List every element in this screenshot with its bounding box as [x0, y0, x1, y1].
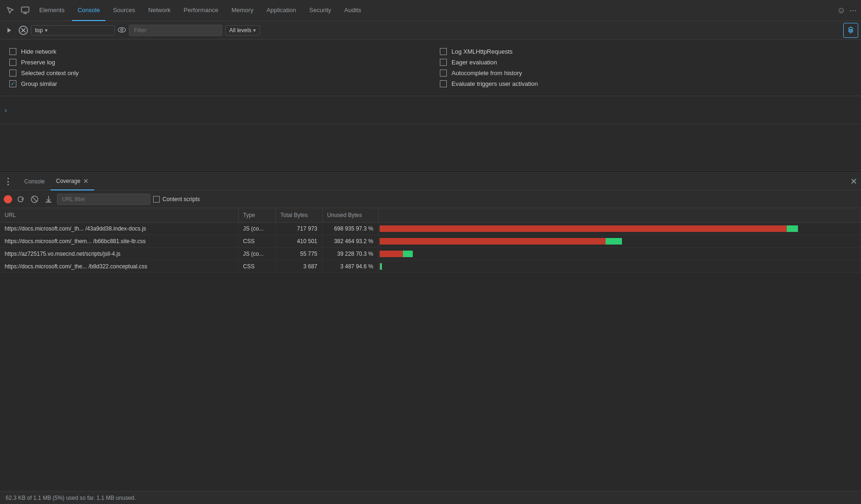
toolbar-right: ☺ ⋯	[837, 6, 857, 15]
svg-point-4	[118, 28, 126, 32]
tab-performance[interactable]: Performance	[178, 0, 224, 21]
content-scripts-label-text: Content scripts	[162, 196, 200, 203]
group-similar-label: Group similar	[21, 80, 57, 87]
stop-button[interactable]	[29, 194, 40, 205]
top-toolbar: Elements Console Sources Network Perform…	[0, 0, 861, 21]
gear-button[interactable]	[843, 23, 858, 38]
tab-coverage[interactable]: Coverage ✕	[50, 173, 94, 190]
more-icon[interactable]: ⋯	[849, 6, 857, 15]
screen-icon[interactable]	[19, 4, 32, 17]
setting-hide-network[interactable]: Hide network	[9, 46, 421, 57]
setting-evaluate-triggers[interactable]: Evaluate triggers user activation	[440, 78, 852, 89]
cell-type: CSS	[238, 235, 275, 248]
cell-total-bytes: 3 687	[275, 260, 322, 273]
cell-total-bytes: 55 775	[275, 248, 322, 260]
coverage-toolbar: Content scripts	[0, 190, 861, 208]
svg-rect-0	[21, 7, 29, 12]
levels-value: All levels	[229, 27, 251, 34]
tab-console[interactable]: Console	[72, 0, 106, 21]
download-button[interactable]	[43, 194, 54, 205]
tab-memory[interactable]: Memory	[226, 0, 259, 21]
usage-bar	[380, 263, 382, 270]
console-input-area: ›	[0, 96, 861, 124]
tab-sources[interactable]: Sources	[107, 0, 141, 21]
levels-selector[interactable]: All levels ▾	[225, 25, 260, 35]
svg-line-7	[32, 197, 37, 202]
usage-bar	[380, 225, 798, 232]
content-scripts-checkbox[interactable]	[153, 196, 160, 203]
col-header-unused[interactable]: Unused Bytes	[322, 208, 378, 223]
content-scripts-checkbox-label[interactable]: Content scripts	[153, 196, 200, 203]
filter-input[interactable]	[129, 25, 222, 36]
bar-unused-segment	[380, 238, 606, 245]
setting-autocomplete[interactable]: Autocomplete from history	[440, 68, 852, 78]
log-xmlhttp-checkbox[interactable]	[440, 48, 447, 55]
close-panel-button[interactable]: ✕	[850, 176, 857, 187]
clear-console-icon[interactable]	[19, 26, 28, 35]
eye-icon[interactable]	[118, 26, 126, 35]
record-button[interactable]	[4, 195, 12, 203]
col-header-type[interactable]: Type	[238, 208, 275, 223]
coverage-tab-label: Coverage	[56, 178, 80, 184]
setting-preserve-log[interactable]: Preserve log	[9, 57, 421, 68]
url-filter-input[interactable]	[57, 194, 150, 205]
context-selector[interactable]: top ▾	[31, 25, 115, 35]
hide-network-label: Hide network	[21, 48, 56, 55]
cell-type: CSS	[238, 260, 275, 273]
cell-total-bytes: 410 501	[275, 235, 322, 248]
setting-eager-eval[interactable]: Eager evaluation	[440, 57, 852, 68]
selected-context-label: Selected context only	[21, 70, 79, 77]
setting-selected-context[interactable]: Selected context only	[9, 68, 421, 78]
smiley-icon[interactable]: ☺	[837, 6, 846, 15]
eager-eval-checkbox[interactable]	[440, 59, 447, 66]
setting-group-similar[interactable]: Group similar	[9, 78, 421, 89]
panel-menu-icon[interactable]: ⋮	[4, 176, 13, 187]
refresh-button[interactable]	[15, 194, 26, 205]
cell-url: https://az725175.vo.msecnd.net/scripts/j…	[0, 248, 238, 260]
cell-usage-bar	[378, 235, 861, 248]
table-row[interactable]: https://az725175.vo.msecnd.net/scripts/j…	[0, 248, 861, 260]
evaluate-triggers-label: Evaluate triggers user activation	[452, 80, 538, 87]
usage-bar-container	[380, 238, 860, 245]
tab-network[interactable]: Network	[143, 0, 176, 21]
cell-unused-bytes: 3 487 94.6 %	[322, 260, 378, 273]
coverage-table-wrapper: URL Type Total Bytes Unused Bytes https:…	[0, 208, 861, 273]
preserve-log-label: Preserve log	[21, 59, 55, 66]
log-xmlhttp-label: Log XMLHttpRequests	[452, 48, 513, 55]
cell-type: JS (co...	[238, 223, 275, 235]
settings-panel: Hide network Preserve log Selected conte…	[0, 40, 861, 96]
evaluate-triggers-checkbox[interactable]	[440, 80, 447, 87]
setting-log-xmlhttp[interactable]: Log XMLHttpRequests	[440, 46, 852, 57]
bottom-tabs: ⋮ Console Coverage ✕ ✕	[0, 173, 861, 190]
col-header-bar	[378, 208, 861, 223]
tab-application[interactable]: Application	[261, 0, 302, 21]
hide-network-checkbox[interactable]	[9, 48, 16, 55]
expand-icon[interactable]	[3, 24, 16, 37]
tab-audits[interactable]: Audits	[339, 0, 367, 21]
col-header-url[interactable]: URL	[0, 208, 238, 223]
coverage-table: URL Type Total Bytes Unused Bytes https:…	[0, 208, 861, 273]
cursor-icon[interactable]	[4, 4, 17, 17]
cell-usage-bar	[378, 260, 861, 273]
cell-url: https://docs.microsoft.com/_th... /43a9d…	[0, 223, 238, 235]
table-row[interactable]: https://docs.microsoft.com/_th... /43a9d…	[0, 223, 861, 235]
cell-type: JS (co...	[238, 248, 275, 260]
status-text: 62.3 KB of 1.1 MB (5%) used so far. 1.1 …	[6, 495, 136, 501]
coverage-tab-close-icon[interactable]: ✕	[83, 177, 89, 185]
col-header-total[interactable]: Total Bytes	[275, 208, 322, 223]
selected-context-checkbox[interactable]	[9, 70, 16, 77]
tab-security[interactable]: Security	[303, 0, 337, 21]
group-similar-checkbox[interactable]	[9, 80, 16, 87]
console-output-area	[0, 124, 861, 171]
table-row[interactable]: https://docs.microsoft.com/_them... /b66…	[0, 235, 861, 248]
autocomplete-checkbox[interactable]	[440, 70, 447, 77]
table-row[interactable]: https://docs.microsoft.com/_the... /b8d3…	[0, 260, 861, 273]
tab-elements[interactable]: Elements	[34, 0, 70, 21]
cell-unused-bytes: 698 935 97.3 %	[322, 223, 378, 235]
cell-usage-bar	[378, 248, 861, 260]
usage-bar-container	[380, 251, 860, 257]
usage-bar	[380, 238, 622, 245]
tab-console-bottom[interactable]: Console	[19, 173, 50, 190]
preserve-log-checkbox[interactable]	[9, 59, 16, 66]
status-bar: 62.3 KB of 1.1 MB (5%) used so far. 1.1 …	[0, 491, 861, 504]
